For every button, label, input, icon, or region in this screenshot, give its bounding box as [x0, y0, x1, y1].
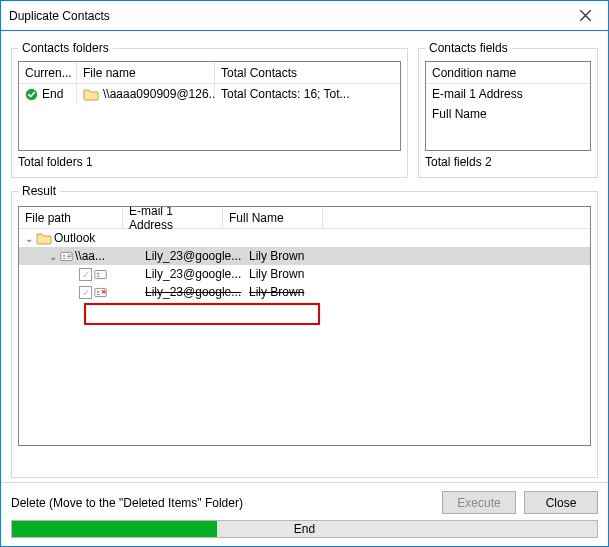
- chevron-down-icon[interactable]: ⌄: [47, 251, 58, 262]
- fields-row-1-label: Full Name: [426, 104, 590, 124]
- window-close-button[interactable]: [563, 1, 608, 30]
- contacts-folders-group: Contacts folders Curren... File name Tot…: [11, 41, 408, 178]
- folders-col-total[interactable]: Total Contacts: [215, 62, 400, 83]
- tree-item-keep[interactable]: ✓ Lily_23@google... Lily Brown: [19, 265, 590, 283]
- folders-col-file[interactable]: File name: [77, 62, 215, 83]
- contact-icon: [94, 268, 107, 281]
- tree-root-label: Outlook: [54, 231, 95, 245]
- tree-item-delete[interactable]: ✓ Lily_23@google... Lily Brown: [19, 283, 590, 301]
- tree-item-delete-email: Lily_23@google...: [143, 285, 243, 299]
- dialog-window: Duplicate Contacts Contacts folders Curr…: [0, 0, 609, 547]
- fields-row-0-label: E-mail 1 Address: [426, 84, 590, 104]
- folders-col-status[interactable]: Curren...: [19, 62, 77, 83]
- folders-footer: Total folders 1: [18, 151, 401, 171]
- close-icon: [579, 9, 592, 22]
- folder-open-icon: [36, 230, 52, 246]
- progress-label: End: [12, 521, 597, 537]
- tree-item-keep-name: Lily Brown: [243, 267, 590, 281]
- execute-button[interactable]: Execute: [442, 491, 516, 514]
- svg-point-6: [97, 290, 100, 293]
- window-title: Duplicate Contacts: [1, 9, 110, 23]
- contacts-folders-legend: Contacts folders: [18, 41, 113, 55]
- checkbox[interactable]: ✓: [79, 286, 92, 299]
- chevron-down-icon[interactable]: ⌄: [23, 233, 34, 244]
- contact-card-icon: [60, 250, 73, 263]
- svg-point-4: [97, 272, 100, 275]
- svg-rect-3: [95, 270, 106, 278]
- tree-group-name: Lily Brown: [243, 249, 590, 263]
- titlebar: Duplicate Contacts: [1, 1, 608, 31]
- tree-item-keep-email: Lily_23@google...: [143, 267, 243, 281]
- action-label: Delete (Move to the "Deleted Items" Fold…: [11, 496, 243, 510]
- tree-group-label: \\aa...: [75, 249, 105, 263]
- tree-group[interactable]: ⌄ \\aa... Lily_23@google... Lily Brown: [19, 247, 590, 265]
- checkbox[interactable]: ✓: [79, 268, 92, 281]
- tree-item-delete-name: Lily Brown: [243, 285, 590, 299]
- result-col-name[interactable]: Full Name: [223, 207, 323, 228]
- contact-delete-icon: [94, 286, 107, 299]
- result-col-email[interactable]: E-mail 1 Address: [123, 207, 223, 228]
- close-button[interactable]: Close: [524, 491, 598, 514]
- tree-group-email: Lily_23@google...: [143, 249, 243, 263]
- folder-icon: [83, 86, 99, 102]
- fields-row-0[interactable]: E-mail 1 Address: [426, 84, 590, 104]
- check-circle-icon: [25, 88, 38, 101]
- folders-row-total: Total Contacts: 16; Tot...: [215, 84, 400, 104]
- folders-listbox[interactable]: Curren... File name Total Contacts End \…: [18, 61, 401, 151]
- bottom-bar: Delete (Move to the "Deleted Items" Fold…: [1, 482, 608, 546]
- folders-row[interactable]: End \\aaaa090909@126... Total Contacts: …: [19, 84, 400, 104]
- folders-row-file: \\aaaa090909@126...: [103, 87, 215, 101]
- fields-footer: Total fields 2: [425, 151, 591, 171]
- contacts-fields-group: Contacts fields Condition name E-mail 1 …: [418, 41, 598, 178]
- tree-root[interactable]: ⌄ Outlook: [19, 229, 590, 247]
- result-tree[interactable]: File path E-mail 1 Address Full Name ⌄ O…: [18, 206, 591, 446]
- fields-col-condition[interactable]: Condition name: [426, 62, 590, 83]
- result-col-path[interactable]: File path: [19, 207, 123, 228]
- svg-point-2: [63, 254, 66, 257]
- result-legend: Result: [18, 184, 60, 198]
- fields-listbox[interactable]: Condition name E-mail 1 Address Full Nam…: [425, 61, 591, 151]
- highlight-annotation: [84, 303, 320, 325]
- fields-row-1[interactable]: Full Name: [426, 104, 590, 124]
- progress-bar: End: [11, 520, 598, 538]
- contacts-fields-legend: Contacts fields: [425, 41, 512, 55]
- folders-row-status: End: [42, 87, 63, 101]
- result-group: Result File path E-mail 1 Address Full N…: [11, 184, 598, 478]
